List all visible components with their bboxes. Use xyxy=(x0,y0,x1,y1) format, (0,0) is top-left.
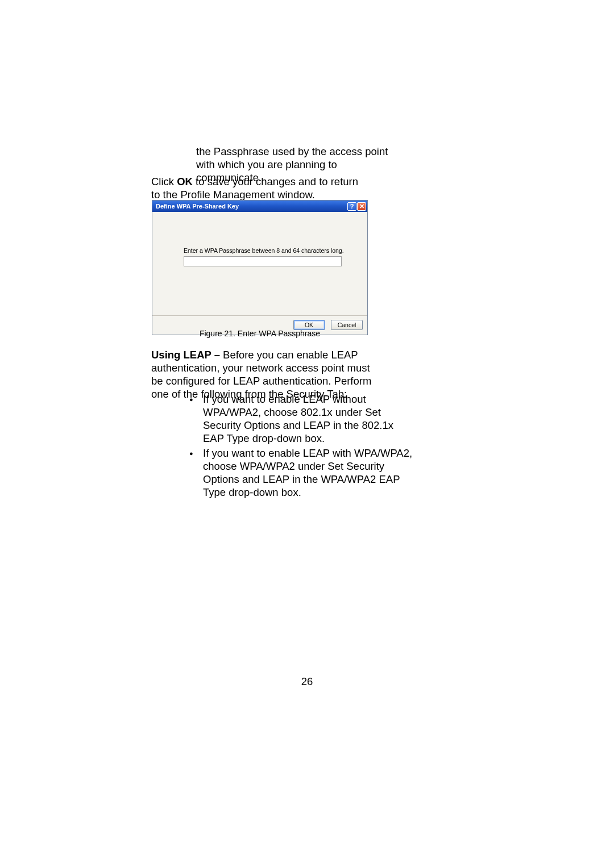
titlebar-buttons: ? ✕ xyxy=(347,202,367,211)
wpa-passphrase-input[interactable] xyxy=(184,256,342,266)
page-number: 26 xyxy=(0,675,614,688)
dialog-body: Enter a WPA Passphrase between 8 and 64 … xyxy=(152,212,367,315)
titlebar-text: Define WPA Pre-Shared Key xyxy=(156,203,347,210)
text-ok-bold: OK xyxy=(177,176,193,187)
figure-caption: Figure 21. Enter WPA Passphrase xyxy=(152,329,368,338)
close-icon[interactable]: ✕ xyxy=(357,202,366,211)
bullet-list: If you want to enable LEAP without WPA/W… xyxy=(189,393,417,500)
titlebar: Define WPA Pre-Shared Key ? ✕ xyxy=(152,201,367,212)
list-item: If you want to enable LEAP without WPA/W… xyxy=(189,393,417,445)
dialog-define-wpa-key: Define WPA Pre-Shared Key ? ✕ Enter a WP… xyxy=(152,200,368,335)
text-click: Click xyxy=(151,176,177,187)
paragraph-click-ok: Click OK to save your changes and to ret… xyxy=(151,175,367,201)
dialog-instruction-text: Enter a WPA Passphrase between 8 and 64 … xyxy=(184,247,344,254)
text-using-leap-bold: Using LEAP – xyxy=(151,349,223,361)
list-item: If you want to enable LEAP with WPA/WPA2… xyxy=(189,446,417,499)
help-icon[interactable]: ? xyxy=(347,202,356,211)
